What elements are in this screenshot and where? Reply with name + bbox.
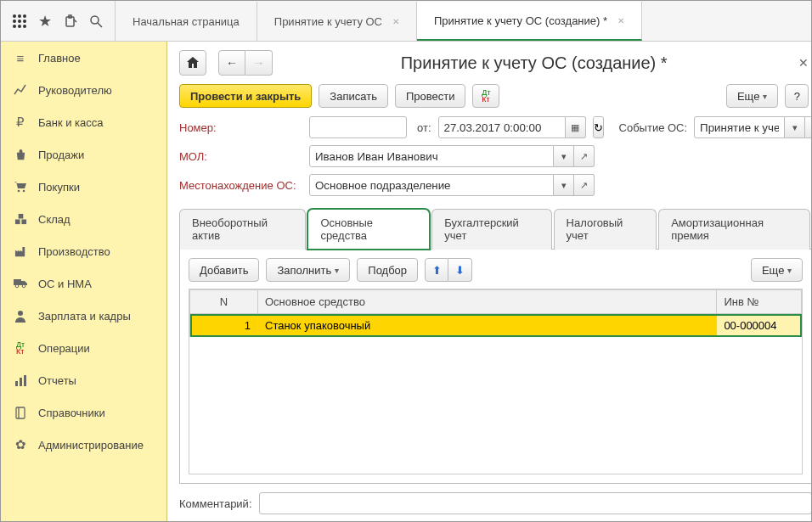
sidebar-item-label: Операции [38, 342, 90, 355]
add-button[interactable]: Добавить [189, 258, 259, 282]
sidebar-item-admin[interactable]: ✿Администрирование [1, 429, 166, 461]
dk-icon: ДтКт [13, 340, 28, 356]
post-and-close-button[interactable]: Провести и закрыть [179, 84, 312, 108]
sidebar-item-reports[interactable]: Отчеты [1, 364, 166, 396]
tab-accounting[interactable]: Бухгалтерский учет [431, 209, 551, 250]
fill-button[interactable]: Заполнить [266, 258, 350, 282]
sidebar-item-os-nma[interactable]: ОС и НМА [1, 267, 166, 300]
svg-point-6 [13, 25, 16, 28]
tab-home[interactable]: Начальная страница [116, 2, 257, 41]
svg-rect-21 [24, 375, 26, 386]
more-button[interactable]: Еще [726, 84, 778, 108]
star-icon[interactable]: ★ [35, 11, 55, 31]
svg-rect-13 [14, 219, 20, 224]
truck-icon [13, 276, 28, 291]
sidebar-item-sales[interactable]: Продажи [1, 138, 166, 171]
factory-icon [13, 244, 28, 259]
number-field[interactable] [309, 116, 407, 138]
date-field[interactable] [438, 116, 566, 138]
assets-table[interactable]: N Основное средство Инв № 1 Станок упако… [189, 289, 803, 474]
open-icon[interactable]: ↗ [574, 174, 595, 196]
sidebar-item-salary[interactable]: Зарплата и кадры [1, 300, 166, 332]
tab-tax[interactable]: Налоговый учет [554, 209, 657, 250]
svg-point-11 [18, 190, 20, 193]
event-field[interactable] [694, 116, 785, 138]
svg-rect-19 [15, 381, 18, 386]
sidebar-item-main[interactable]: ≡Главное [1, 42, 166, 74]
dropdown-icon[interactable]: ▾ [554, 145, 574, 167]
sidebar-item-label: Справочники [38, 407, 105, 419]
open-icon[interactable]: ↗ [574, 145, 595, 167]
table-row[interactable]: 1 Станок упаковочный 00-000004 [190, 314, 802, 338]
tab-label: Принятие к учету ОС [274, 15, 382, 28]
tab-fixed-assets[interactable]: Основные средства [307, 209, 430, 250]
close-icon[interactable]: ✕ [617, 16, 624, 25]
tab-os-create[interactable]: Принятие к учету ОС (создание) *✕ [417, 2, 642, 41]
location-label: Местонахождение ОС: [179, 179, 302, 192]
search-icon[interactable] [86, 11, 106, 31]
col-inv[interactable]: Инв № [717, 290, 802, 314]
clipboard-icon[interactable] [60, 11, 81, 31]
calendar-icon[interactable]: ▦ [566, 116, 586, 138]
sidebar-item-label: Зарплата и кадры [38, 310, 131, 323]
sidebar-item-label: Производство [38, 245, 110, 258]
page-title: Принятие к учету ОС (создание) * [274, 53, 793, 73]
sidebar-item-manager[interactable]: Руководителю [1, 74, 166, 106]
sidebar-item-label: Отчеты [38, 374, 76, 387]
move-up-button[interactable]: ⬆ [425, 258, 448, 282]
pick-button[interactable]: Подбор [357, 258, 418, 282]
svg-rect-20 [20, 378, 22, 386]
dropdown-icon[interactable]: ▾ [554, 174, 574, 196]
sidebar-item-bank[interactable]: ₽Банк и касса [1, 106, 166, 138]
move-down-button[interactable]: ⬇ [448, 258, 472, 282]
svg-point-2 [23, 14, 26, 18]
col-n[interactable]: N [190, 290, 258, 314]
help-button[interactable]: ? [785, 84, 809, 108]
sidebar: ≡Главное Руководителю ₽Банк и касса Прод… [1, 42, 167, 522]
mol-field[interactable] [309, 145, 554, 167]
close-icon[interactable]: ✕ [795, 53, 812, 73]
svg-point-16 [15, 284, 19, 288]
sidebar-item-label: Продажи [38, 149, 84, 161]
apps-icon[interactable] [9, 11, 30, 31]
from-label: от: [417, 121, 431, 134]
tab-noncurrent-asset[interactable]: Внеоборотный актив [179, 209, 306, 250]
svg-point-5 [23, 20, 26, 23]
svg-rect-22 [16, 407, 25, 418]
cell-name: Станок упаковочный [258, 314, 717, 338]
event-label: Событие ОС: [619, 121, 688, 134]
cell-inv: 00-000004 [717, 314, 802, 338]
sidebar-item-label: Покупки [38, 181, 80, 194]
number-label: Номер: [179, 121, 302, 134]
boxes-icon [13, 211, 28, 227]
svg-point-4 [18, 20, 21, 23]
sidebar-item-operations[interactable]: ДтКтОперации [1, 332, 166, 364]
tab-os-list[interactable]: Принятие к учету ОС✕ [257, 2, 417, 41]
forward-button[interactable]: → [245, 50, 273, 76]
sidebar-item-stock[interactable]: Склад [1, 203, 166, 235]
back-button[interactable]: ← [218, 50, 245, 76]
post-button[interactable]: Провести [395, 84, 466, 108]
sidebar-item-production[interactable]: Производство [1, 235, 166, 267]
sidebar-item-label: Банк и касса [38, 116, 104, 129]
save-button[interactable]: Записать [319, 84, 388, 108]
more-button[interactable]: Еще [751, 258, 803, 282]
sidebar-item-label: Администрирование [38, 439, 144, 452]
open-icon[interactable]: ↗ [805, 116, 812, 138]
home-button[interactable] [179, 50, 206, 76]
tab-depreciation-bonus[interactable]: Амортизационная премия [658, 209, 810, 250]
mol-label: МОЛ: [179, 150, 302, 163]
location-field[interactable] [309, 174, 554, 196]
svg-point-8 [23, 25, 26, 28]
comment-field[interactable] [259, 492, 813, 514]
book-icon [13, 405, 28, 420]
sidebar-item-label: ОС и НМА [38, 278, 92, 290]
dropdown-icon[interactable]: ▾ [785, 116, 805, 138]
col-name[interactable]: Основное средство [258, 290, 717, 314]
refresh-icon[interactable]: ↻ [593, 116, 604, 138]
svg-rect-14 [21, 219, 26, 224]
dk-entries-button[interactable]: ДтКт [472, 84, 499, 108]
close-icon[interactable]: ✕ [392, 17, 399, 26]
sidebar-item-purchases[interactable]: Покупки [1, 171, 166, 203]
sidebar-item-catalogs[interactable]: Справочники [1, 396, 166, 429]
